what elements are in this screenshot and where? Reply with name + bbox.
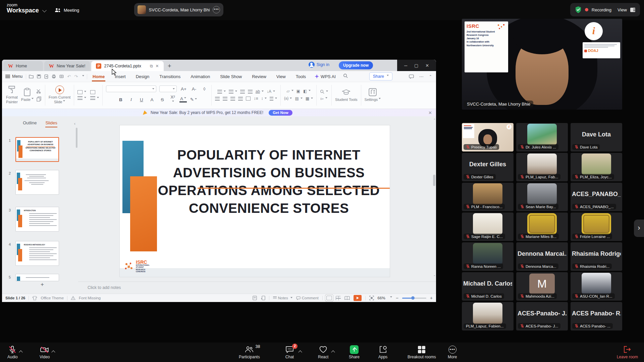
ribbon-tab-transitions[interactable]: Transitions <box>159 72 181 81</box>
ribbon-tab-home[interactable]: Home <box>92 72 105 81</box>
normal-view-button[interactable] <box>326 296 332 300</box>
participant-tile[interactable]: Dave LotaDave Lota <box>571 123 622 152</box>
notes-area[interactable]: Click to add notes <box>78 282 436 294</box>
presenting-monitor-icon[interactable]: ⧉ <box>150 64 153 68</box>
ribbon-tab-view[interactable]: View <box>276 72 286 81</box>
row-spacing-icon[interactable]: ↕≡ <box>254 96 258 101</box>
participant-tile[interactable]: Rhaismia RodrigoRhaismia Rodri... <box>571 242 622 271</box>
participant-tile[interactable]: Fritzie Lorraine ... <box>571 213 622 241</box>
align-left-icon[interactable] <box>215 97 220 101</box>
arrange-icon[interactable]: ▤ <box>295 96 302 101</box>
participant-tile[interactable]: PLM_Lapuz, Fabien... <box>462 302 514 330</box>
ribbon-tab-review[interactable]: Review <box>251 72 267 81</box>
bullet-list-icon[interactable] <box>217 90 226 94</box>
fit-slide-icon[interactable] <box>369 296 374 300</box>
redo-icon[interactable]: ↷ <box>74 74 78 79</box>
participant-tile[interactable]: Ranna Noreen ... <box>462 242 514 271</box>
participant-tile[interactable]: Sage Raijin E. C... <box>462 213 514 241</box>
react-options-caret[interactable] <box>331 350 335 354</box>
participant-tile[interactable]: ACES-Panabo- J...ACES-Panabo- J... <box>516 302 568 330</box>
tab-meeting[interactable]: Meeting <box>55 5 79 15</box>
view-button[interactable]: View <box>618 7 627 12</box>
comment-panel-icon[interactable] <box>409 74 414 79</box>
share-screen-button[interactable]: Share <box>349 345 360 359</box>
paste-button[interactable]: Paste <box>21 88 34 102</box>
participant-tile[interactable]: Dennona Marcai...Dennona Marca... <box>516 242 568 271</box>
print-preview-icon[interactable] <box>59 74 64 78</box>
text-direction-icon[interactable]: ab <box>256 89 264 94</box>
slide-thumbnail[interactable] <box>15 274 59 281</box>
underline-icon[interactable]: U <box>138 97 145 102</box>
slide-thumbnail[interactable] <box>15 170 59 195</box>
save-icon[interactable] <box>37 74 41 78</box>
justify-icon[interactable] <box>238 97 243 101</box>
new-tab-button[interactable]: + <box>168 62 171 70</box>
upgrade-now-button[interactable]: Upgrade now <box>339 61 373 69</box>
participants-button[interactable]: 38 Participants <box>239 345 260 359</box>
menu-button[interactable]: Menu <box>12 74 22 79</box>
audio-button[interactable]: Audio <box>7 345 18 359</box>
picture-icon[interactable]: ▣ <box>297 89 300 94</box>
notes-toggle[interactable]: Notes <box>273 296 292 300</box>
workspace-chevron-icon[interactable] <box>42 8 47 12</box>
shapes-icon[interactable]: ▱ <box>286 89 293 94</box>
student-tools-button[interactable]: Student Tools <box>335 88 357 102</box>
strikethrough-icon[interactable]: S <box>159 97 166 102</box>
ribbon-tab-tools[interactable]: Tools <box>295 72 307 81</box>
security-shield-icon[interactable] <box>575 6 582 13</box>
ribbon-tab-slide-show[interactable]: Slide Show <box>219 72 243 81</box>
breakout-rooms-button[interactable]: Breakout rooms <box>408 345 436 359</box>
distribute-icon[interactable] <box>246 97 251 101</box>
clear-format-icon[interactable]: ◊ <box>201 86 208 92</box>
leave-room-button[interactable]: Leave room <box>617 345 638 359</box>
select-icon[interactable]: ▻ <box>321 96 327 101</box>
participant-tile[interactable]: ACES_PANABO_...ACES_PANABO_... <box>571 183 622 211</box>
previous-slide-icon[interactable]: ⌃ <box>433 275 436 278</box>
reading-view-button[interactable] <box>344 296 350 300</box>
line-spacing-icon[interactable]: ↕ <box>261 96 267 101</box>
highlight-icon[interactable]: ✎ <box>190 97 197 102</box>
zoom-in-button[interactable]: + <box>430 295 433 301</box>
hamburger-menu-icon[interactable] <box>5 75 10 78</box>
increase-font-icon[interactable]: A+ <box>180 86 187 92</box>
zoom-slider[interactable] <box>402 298 426 299</box>
increase-indent-icon[interactable] <box>248 90 253 94</box>
close-button[interactable]: ✕ <box>425 63 429 68</box>
tab-slides[interactable]: Slides <box>45 120 57 127</box>
shared-screen-options-icon[interactable]: ••• <box>213 6 220 13</box>
participant-tile[interactable]: iPreexcy Tupas <box>462 123 514 152</box>
open-file-icon[interactable] <box>29 74 34 78</box>
ribbon-tab-design[interactable]: Design <box>135 72 150 81</box>
copy-icon[interactable] <box>37 97 42 102</box>
find-icon[interactable] <box>320 89 328 94</box>
gallery-next-page-button[interactable]: › <box>634 220 644 237</box>
panel-scrollbar[interactable] <box>76 128 77 148</box>
video-button[interactable]: Video <box>40 345 50 359</box>
font-size-select[interactable] <box>159 85 177 92</box>
font-name-select[interactable] <box>106 85 156 92</box>
slideshow-play-button[interactable] <box>354 295 362 301</box>
participant-tile[interactable]: Dr. Jules Alexis ... <box>516 123 568 152</box>
slide-size-icon[interactable]: ▦ <box>306 96 313 101</box>
zoom-level-value[interactable]: 66% <box>378 296 385 300</box>
search-icon[interactable] <box>343 73 348 79</box>
participant-tile[interactable]: PLM_Eliza, Joyc... <box>571 153 622 181</box>
decrease-indent-icon[interactable] <box>240 90 245 94</box>
document-tab[interactable]: P2745-Cordeta1.pptx⧉✕ <box>91 61 163 71</box>
slide-sorter-view-button[interactable] <box>336 296 341 300</box>
participant-tile[interactable]: MMahmooda Azi... <box>516 272 568 301</box>
chat-button[interactable]: 2 Chat <box>285 345 294 359</box>
shape-fill-icon[interactable]: ◧ <box>303 89 311 94</box>
wps-share-button[interactable]: Share <box>369 72 392 80</box>
participant-tile[interactable]: PLM - Francisco... <box>462 183 514 211</box>
character-spacing-icon[interactable]: A <box>148 97 156 102</box>
slide-note-icon[interactable] <box>253 296 257 300</box>
audio-options-caret[interactable] <box>19 350 23 354</box>
align-center-icon[interactable] <box>223 97 227 101</box>
document-tab[interactable]: WHome <box>3 61 43 71</box>
view-grid-icon[interactable] <box>630 8 635 12</box>
text-box-icon[interactable]: ⒜ <box>284 96 292 102</box>
participant-tile[interactable]: PLM_Lapuz, Fab... <box>516 153 568 181</box>
document-tab[interactable]: WNew Year Sale! <box>44 61 90 71</box>
participant-tile[interactable]: Dexter GillesDexter Gilles <box>462 153 514 181</box>
